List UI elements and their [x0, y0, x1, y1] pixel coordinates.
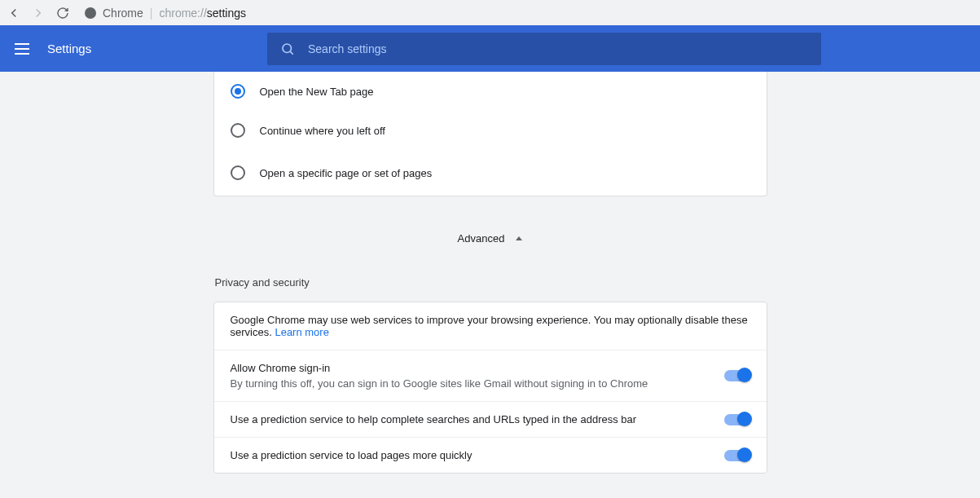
address-url: chrome://settings: [159, 7, 246, 20]
setting-prediction-search[interactable]: Use a prediction service to help complet…: [214, 401, 767, 437]
address-separator: |: [150, 7, 153, 20]
menu-icon[interactable]: [15, 43, 33, 55]
address-bar[interactable]: Chrome | chrome://settings: [80, 4, 973, 22]
radio-label: Open the New Tab page: [260, 86, 374, 98]
forward-button[interactable]: [31, 6, 46, 20]
startup-option-specific-page[interactable]: Open a specific page or set of pages: [214, 150, 767, 196]
advanced-label: Advanced: [458, 232, 505, 245]
radio-icon: [231, 123, 245, 138]
back-button[interactable]: [7, 6, 21, 20]
setting-allow-sign-in[interactable]: Allow Chrome sign-in By turning this off…: [214, 350, 767, 401]
svg-line-1: [290, 51, 292, 54]
learn-more-link[interactable]: Learn more: [275, 326, 328, 338]
browser-toolbar: Chrome | chrome://settings: [0, 0, 980, 25]
privacy-intro-row: Google Chrome may use web services to im…: [214, 302, 767, 350]
search-box[interactable]: [267, 33, 821, 65]
radio-label: Continue where you left off: [260, 125, 385, 137]
search-icon: [280, 42, 295, 56]
setting-subtitle: By turning this off, you can sign in to …: [231, 377, 724, 390]
radio-label: Open a specific page or set of pages: [260, 167, 433, 179]
reload-button[interactable]: [55, 6, 70, 20]
chrome-icon: [85, 7, 96, 19]
radio-icon: [231, 84, 245, 99]
privacy-card: Google Chrome may use web services to im…: [213, 302, 767, 474]
toggle-switch[interactable]: [724, 370, 750, 381]
setting-title: Allow Chrome sign-in: [231, 362, 724, 374]
advanced-toggle[interactable]: Advanced: [213, 209, 767, 267]
address-label: Chrome: [103, 7, 143, 20]
setting-title: Use a prediction service to help complet…: [231, 413, 724, 425]
svg-point-0: [283, 44, 292, 53]
privacy-section-title: Privacy and security: [213, 276, 767, 289]
app-header: Settings: [0, 25, 980, 72]
toggle-switch[interactable]: [724, 450, 750, 461]
content-area: Open the New Tab page Continue where you…: [0, 72, 980, 498]
startup-option-new-tab[interactable]: Open the New Tab page: [214, 72, 767, 111]
search-input[interactable]: [308, 42, 808, 55]
startup-option-continue[interactable]: Continue where you left off: [214, 111, 767, 150]
page-title: Settings: [47, 42, 91, 55]
startup-card: Open the New Tab page Continue where you…: [213, 72, 767, 196]
toggle-switch[interactable]: [724, 414, 750, 425]
setting-prediction-load[interactable]: Use a prediction service to load pages m…: [214, 437, 767, 473]
setting-title: Use a prediction service to load pages m…: [231, 449, 724, 461]
caret-up-icon: [516, 236, 522, 240]
radio-icon: [231, 165, 245, 180]
